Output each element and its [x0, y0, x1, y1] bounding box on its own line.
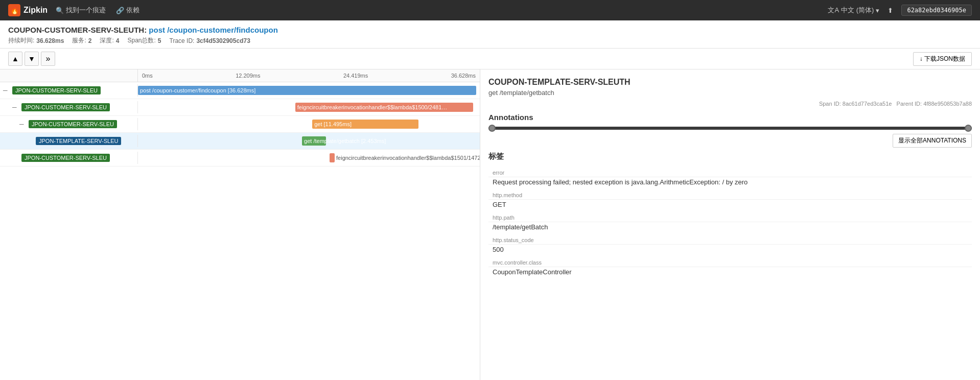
service-col-header — [0, 69, 138, 82]
table-row[interactable]: JPON-CUSTOMER-SERV-SLEU feigncircuitbrea… — [0, 150, 480, 167]
span-bar-1[interactable]: feigncircuitbreakerinvocationhandler$$la… — [295, 103, 473, 112]
list-item: error — [488, 167, 972, 177]
service-badge-0: JPON-CUSTOMER-SERV-SLEU — [12, 86, 101, 94]
trace-rows: ─ JPON-CUSTOMER-SERV-SLEU post /coupon-c… — [0, 82, 480, 380]
service-badge-4: JPON-CUSTOMER-SERV-SLEU — [21, 154, 110, 162]
detail-service-name: COUPON-TEMPLATE-SERV-SLEUTH — [488, 78, 972, 87]
time-label-1: 12.209ms — [236, 73, 260, 79]
annotations-title: Annotations — [488, 113, 972, 122]
scroll-down-button[interactable]: ▼ — [25, 52, 39, 66]
tag-value: /template/getBatch — [488, 222, 972, 234]
meta-depth: 深度: 4 — [100, 36, 119, 45]
nav-find-trace[interactable]: 🔍 找到一个痕迹 — [56, 6, 106, 15]
search-icon: 🔍 — [56, 7, 64, 14]
timeline-col-header: 0ms 12.209ms 24.419ms 36.628ms — [138, 69, 480, 82]
service-cell-0: ─ JPON-CUSTOMER-SERV-SLEU — [0, 84, 138, 97]
table-row[interactable]: JPON-TEMPLATE-SERV-SLEU get /template/ge… — [0, 133, 480, 150]
tag-value: CouponTemplateController — [488, 267, 972, 279]
tag-key: http.path — [488, 211, 972, 222]
list-item: GET — [488, 200, 972, 212]
upload-icon[interactable]: ⬆ — [888, 7, 893, 14]
page-title: COUPON-CUSTOMER-SERV-SLEUTH: post /coupo… — [8, 26, 972, 34]
expand-all-button[interactable]: » — [41, 52, 55, 66]
time-label-3: 36.628ms — [451, 73, 476, 79]
logo-icon: 🔥 — [8, 4, 20, 16]
tag-key: http.method — [488, 189, 972, 200]
top-navigation: 🔥 Zipkin 🔍 找到一个痕迹 🔗 依赖 文A 中文 (简体) ▾ ⬆ 62… — [0, 0, 980, 20]
download-json-button[interactable]: ↓ 下载JSON数据 — [913, 52, 972, 66]
list-item: mvc.controller.class — [488, 256, 972, 267]
trace-panel: 0ms 12.209ms 24.419ms 36.628ms ─ JPON-CU… — [0, 69, 480, 380]
collapse-icon-0[interactable]: ─ — [3, 87, 10, 94]
timeline-cell-0: post /coupon-customer/findcoupon [36.628… — [138, 82, 480, 99]
top-nav-links: 🔍 找到一个痕迹 🔗 依赖 — [56, 6, 820, 15]
show-all-annotations-button[interactable]: 显示全部ANNOTATIONS — [893, 134, 972, 148]
meta-services: 服务: 2 — [72, 36, 91, 45]
span-bar-2[interactable]: get [11.495ms] — [312, 120, 418, 129]
tags-title: 标签 — [488, 152, 972, 161]
list-item: 500 — [488, 245, 972, 257]
nav-dependencies[interactable]: 🔗 依赖 — [116, 6, 139, 15]
tag-key: error — [488, 167, 972, 177]
service-badge-3: JPON-TEMPLATE-SERV-SLEU — [36, 137, 121, 145]
chevron-down-icon: ▾ — [876, 7, 879, 14]
service-cell-4: JPON-CUSTOMER-SERV-SLEU — [0, 152, 138, 164]
timeline-header: 0ms 12.209ms 24.419ms 36.628ms — [0, 69, 480, 82]
timeline-cell-2: get [11.495ms] — [138, 116, 480, 132]
service-badge-2: JPON-CUSTOMER-SERV-SLEU — [29, 120, 117, 128]
logo[interactable]: 🔥 Zipkin — [8, 4, 48, 16]
tag-key: http.status_code — [488, 234, 972, 245]
annotations-slider[interactable] — [488, 127, 972, 130]
service-cell-1: ─ JPON-CUSTOMER-SERV-SLEU — [0, 101, 138, 113]
slider-thumb-right[interactable] — [965, 125, 972, 132]
slider-track[interactable] — [488, 127, 972, 130]
service-badge-1: JPON-CUSTOMER-SERV-SLEU — [21, 103, 110, 111]
list-item: http.path — [488, 211, 972, 222]
span-bar-3[interactable]: get /template/getbatch [2.453ms] — [302, 136, 326, 146]
toolbar-left: ▲ ▼ » — [8, 52, 55, 66]
top-nav-right: 文A 中文 (简体) ▾ ⬆ 62a82ebd0346905e — [828, 5, 972, 16]
main-content: 0ms 12.209ms 24.419ms 36.628ms ─ JPON-CU… — [0, 69, 980, 380]
detail-span-info: Span ID: 8ac61d77ed3ca51e Parent ID: 4f8… — [488, 101, 972, 107]
page-meta: 持续时间: 36.628ms 服务: 2 深度: 4 Span总数: 5 Tra… — [8, 36, 972, 45]
span-bar-4[interactable] — [330, 153, 335, 162]
list-item: Request processing failed; nested except… — [488, 177, 972, 189]
scroll-up-button[interactable]: ▲ — [8, 52, 22, 66]
timeline-cell-3: get /template/getbatch [2.453ms] — [138, 133, 480, 149]
span-bar-4-label: feigncircuitbreakerinvocationhandler$$la… — [336, 155, 480, 161]
link-icon: 🔗 — [116, 7, 124, 14]
trace-id-badge: 62a82ebd0346905e — [901, 5, 972, 16]
tag-value: Request processing failed; nested except… — [488, 177, 972, 189]
span-bar-0[interactable]: post /coupon-customer/findcoupon [36.628… — [138, 86, 476, 95]
time-label-2: 24.419ms — [343, 73, 368, 79]
meta-trace-id: Trace ID: 3cf4d5302905cd73 — [170, 37, 250, 44]
list-item: http.status_code — [488, 234, 972, 245]
list-item: CouponTemplateController — [488, 267, 972, 279]
page-header: COUPON-CUSTOMER-SERV-SLEUTH: post /coupo… — [0, 20, 980, 49]
collapse-icon-1[interactable]: ─ — [12, 104, 19, 111]
slider-thumb-left[interactable] — [488, 125, 496, 132]
list-item: /template/getBatch — [488, 222, 972, 234]
header-service-name: COUPON-CUSTOMER-SERV-SLEUTH: — [8, 26, 147, 34]
meta-duration: 持续时间: 36.628ms — [8, 36, 64, 45]
table-row[interactable]: ─ JPON-CUSTOMER-SERV-SLEU get [11.495ms] — [0, 116, 480, 133]
timeline-cell-1: feigncircuitbreakerinvocationhandler$$la… — [138, 99, 480, 115]
meta-spans: Span总数: 5 — [127, 36, 161, 45]
translate-icon: 文A — [828, 6, 839, 15]
timeline-cell-4: feigncircuitbreakerinvocationhandler$$la… — [138, 150, 480, 166]
header-route: post /coupon-customer/findcoupon — [149, 26, 277, 34]
tag-value: GET — [488, 200, 972, 212]
table-row[interactable]: ─ JPON-CUSTOMER-SERV-SLEU post /coupon-c… — [0, 82, 480, 99]
service-cell-2: ─ JPON-CUSTOMER-SERV-SLEU — [0, 118, 138, 130]
detail-route: get /template/getbatch — [488, 89, 972, 97]
collapse-icon-2[interactable]: ─ — [19, 121, 27, 128]
table-row[interactable]: ─ JPON-CUSTOMER-SERV-SLEU feigncircuitbr… — [0, 99, 480, 116]
toolbar: ▲ ▼ » ↓ 下载JSON数据 — [0, 49, 980, 69]
time-label-0: 0ms — [142, 73, 153, 79]
tag-key: mvc.controller.class — [488, 256, 972, 267]
logo-text: Zipkin — [24, 6, 48, 15]
list-item: http.method — [488, 189, 972, 200]
detail-panel: COUPON-TEMPLATE-SERV-SLEUTH get /templat… — [480, 69, 980, 380]
tag-value: 500 — [488, 245, 972, 257]
language-selector[interactable]: 文A 中文 (简体) ▾ — [828, 6, 879, 15]
